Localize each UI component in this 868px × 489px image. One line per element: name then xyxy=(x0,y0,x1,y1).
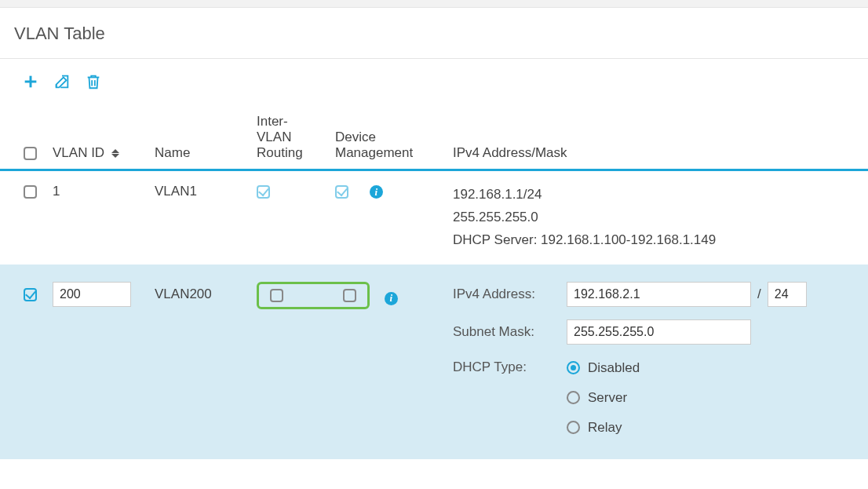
edit-icon[interactable] xyxy=(53,73,71,90)
dhcp-disabled-label: Disabled xyxy=(588,360,640,376)
dhcp-server-label: Server xyxy=(588,390,627,406)
header-vlan-id[interactable]: VLAN ID xyxy=(45,108,147,170)
cell-vlan-id: 1 xyxy=(45,170,147,265)
header-name: Name xyxy=(147,108,249,170)
dhcp-radio-group: Disabled Server Relay xyxy=(567,357,860,436)
dhcp-server-radio[interactable] xyxy=(567,391,580,404)
mask-bits-input[interactable] xyxy=(768,282,807,307)
dhcp-relay-label: Relay xyxy=(588,420,622,436)
sort-icon xyxy=(111,149,119,158)
toolbar xyxy=(0,59,868,108)
ipv4-address-input[interactable] xyxy=(567,282,751,307)
dhcp-disabled-radio[interactable] xyxy=(567,361,580,374)
mask-slash: / xyxy=(757,286,761,301)
select-all-checkbox[interactable] xyxy=(24,147,37,160)
add-icon[interactable] xyxy=(22,73,39,90)
table-row-editing: VLAN200 i IPv4 Address: / Subnet Mask: xyxy=(0,265,868,459)
header-ipv4: IPv4 Address/Mask xyxy=(445,108,868,170)
highlight-box xyxy=(257,282,370,309)
inter-vlan-checkbox[interactable] xyxy=(270,289,283,302)
ipv4-address-label: IPv4 Address: xyxy=(453,286,567,302)
panel-title: VLAN Table xyxy=(0,8,868,59)
row-checkbox[interactable] xyxy=(24,185,37,199)
info-icon[interactable]: i xyxy=(370,185,383,199)
row-checkbox[interactable] xyxy=(24,288,37,301)
dhcp-line: DHCP Server: 192.168.1.100-192.168.1.149 xyxy=(453,229,860,252)
device-mgmt-checkbox[interactable] xyxy=(343,289,356,302)
ipv4-line: 192.168.1.1/24 xyxy=(453,184,860,206)
delete-icon[interactable] xyxy=(85,73,102,90)
subnet-mask-label: Subnet Mask: xyxy=(453,324,567,340)
header-inter-vlan: Inter-VLAN Routing xyxy=(249,108,327,170)
cell-ipv4: 192.168.1.1/24 255.255.255.0 DHCP Server… xyxy=(453,184,860,252)
inter-vlan-checkbox xyxy=(257,185,270,199)
top-divider xyxy=(0,0,868,8)
dhcp-type-label: DHCP Type: xyxy=(453,357,567,375)
subnet-line: 255.255.255.0 xyxy=(453,206,860,229)
info-icon[interactable]: i xyxy=(385,292,398,305)
table-row: 1 VLAN1 i 192.168.1.1/24 255.255.255.0 D… xyxy=(0,170,868,265)
header-vlan-id-label: VLAN ID xyxy=(53,145,104,160)
ipv4-form: IPv4 Address: / Subnet Mask: DHCP Type: … xyxy=(453,282,860,436)
subnet-mask-input[interactable] xyxy=(567,319,751,345)
vlan-table: VLAN ID Name Inter-VLAN Routing Device M… xyxy=(0,108,868,459)
cell-name: VLAN200 xyxy=(147,265,249,459)
vlan-id-input[interactable] xyxy=(53,282,131,307)
header-device-mgmt: Device Management xyxy=(327,108,445,170)
dhcp-relay-radio[interactable] xyxy=(567,421,580,434)
device-mgmt-checkbox xyxy=(335,185,348,199)
cell-name: VLAN1 xyxy=(147,170,249,265)
